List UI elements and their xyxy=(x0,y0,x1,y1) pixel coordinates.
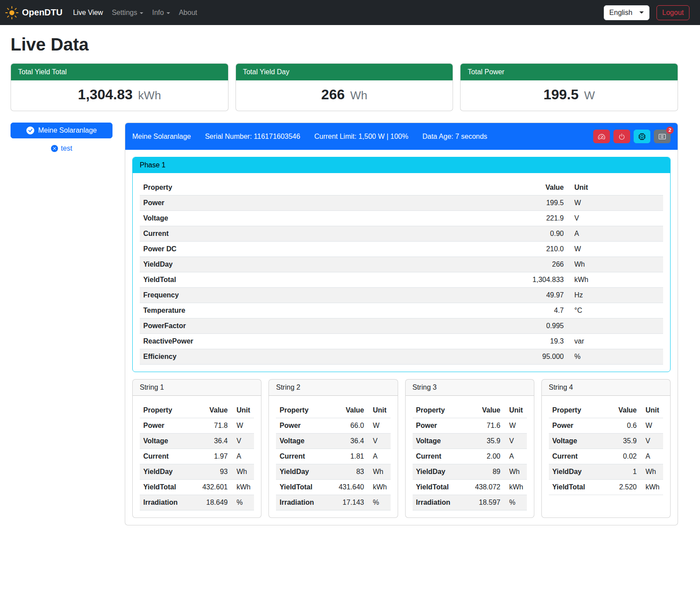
column-header-value: Value xyxy=(331,403,368,418)
property-cell: YieldTotal xyxy=(549,480,603,495)
value-cell: 1,304.833 xyxy=(510,272,567,288)
inverter-serial: Serial Number: 116171603546 xyxy=(205,133,300,141)
property-cell: Irradiation xyxy=(140,495,194,510)
language-select-value: English xyxy=(609,9,632,17)
value-cell: 71.8 xyxy=(194,418,231,434)
string-card-body: Property Value Unit Power66.0WVoltage36.… xyxy=(269,396,397,517)
table-row: YieldDay89Wh xyxy=(413,464,527,480)
unit-cell: W xyxy=(368,418,391,434)
chevron-down-icon xyxy=(167,12,170,14)
value-cell: 438.072 xyxy=(467,480,504,495)
property-cell: PowerFactor xyxy=(140,318,510,334)
nav-item-about[interactable]: About xyxy=(174,5,202,20)
limit-settings-button[interactable] xyxy=(593,130,610,143)
inverter-header-buttons: 2 xyxy=(593,130,671,143)
value-cell: 17.143 xyxy=(331,495,368,510)
table-row: Power0.6W xyxy=(549,418,663,434)
summary-value: 266 xyxy=(321,87,345,102)
value-cell: 210.0 xyxy=(510,242,567,257)
navbar: OpenDTU Live View Settings Info About En… xyxy=(0,0,700,25)
phase-title: Phase 1 xyxy=(133,157,670,173)
string-card-body: Property Value Unit Power71.8WVoltage36.… xyxy=(133,396,261,517)
inverter-item-label: test xyxy=(61,145,73,152)
unit-cell: Wh xyxy=(368,464,391,480)
value-cell: 199.5 xyxy=(510,195,567,211)
page-title: Live Data xyxy=(11,35,678,54)
phase-card-body: Property Value Unit Power199.5WVoltage22… xyxy=(133,173,670,372)
property-cell: YieldDay xyxy=(140,257,510,272)
gauge-icon xyxy=(598,133,605,140)
property-cell: YieldTotal xyxy=(140,480,194,495)
unit-cell: kWh xyxy=(368,480,391,495)
value-cell: 36.4 xyxy=(331,434,368,449)
property-cell: ReactivePower xyxy=(140,334,510,349)
inverter-item-test[interactable]: test xyxy=(11,143,112,154)
summary-card-body: 1,304.83 kWh xyxy=(11,80,228,111)
summary-card-title: Total Yield Day xyxy=(236,64,453,80)
device-info-button[interactable] xyxy=(634,130,650,143)
event-log-button[interactable]: 2 xyxy=(654,130,671,143)
summary-card-total-power: Total Power 199.5 W xyxy=(460,63,678,111)
column-header-unit: Unit xyxy=(640,403,663,418)
value-cell: 4.7 xyxy=(510,303,567,318)
unit-cell: Wh xyxy=(504,464,527,480)
phase-table: Property Value Unit Power199.5WVoltage22… xyxy=(140,180,663,365)
column-header-unit: Unit xyxy=(368,403,391,418)
value-cell: 1.97 xyxy=(194,449,231,464)
table-row: Irradiation18.649% xyxy=(140,495,254,510)
property-cell: Voltage xyxy=(413,434,467,449)
nav-item-label: About xyxy=(179,9,197,17)
check-circle-icon xyxy=(26,127,34,134)
property-cell: Power xyxy=(276,418,330,434)
value-cell: 2.00 xyxy=(467,449,504,464)
unit-cell: A xyxy=(368,449,391,464)
unit-cell: W xyxy=(504,418,527,434)
summary-unit: W xyxy=(584,89,595,102)
table-row: YieldDay83Wh xyxy=(276,464,390,480)
column-header-value: Value xyxy=(194,403,231,418)
table-row: Voltage36.4V xyxy=(140,434,254,449)
chevron-down-icon xyxy=(140,12,143,14)
column-header-unit: Unit xyxy=(567,180,663,195)
value-cell: 0.6 xyxy=(603,418,640,434)
unit-cell: Wh xyxy=(640,464,663,480)
unit-cell: A xyxy=(504,449,527,464)
power-button[interactable] xyxy=(613,130,630,143)
unit-cell: V xyxy=(368,434,391,449)
property-cell: Irradiation xyxy=(413,495,467,510)
value-cell: 221.9 xyxy=(510,211,567,226)
nav-item-settings[interactable]: Settings xyxy=(107,5,148,20)
value-cell: 93 xyxy=(194,464,231,480)
property-cell: Power xyxy=(140,195,510,211)
table-row: YieldTotal1,304.833kWh xyxy=(140,272,663,288)
nav-links: Live View Settings Info About xyxy=(69,5,202,20)
value-cell: 432.601 xyxy=(194,480,231,495)
property-cell: YieldTotal xyxy=(276,480,330,495)
inverter-selected-button[interactable]: Meine Solaranlage xyxy=(11,123,112,138)
nav-right: English Logout xyxy=(604,5,689,20)
value-cell: 1.81 xyxy=(331,449,368,464)
logout-button[interactable]: Logout xyxy=(656,5,689,20)
nav-item-live-view[interactable]: Live View xyxy=(69,5,107,20)
nav-item-label: Live View xyxy=(73,9,103,17)
unit-cell: °C xyxy=(567,303,663,318)
unit-cell: V xyxy=(640,434,663,449)
unit-cell: W xyxy=(231,418,254,434)
value-cell: 83 xyxy=(331,464,368,480)
nav-item-info[interactable]: Info xyxy=(148,5,174,20)
value-cell: 1 xyxy=(603,464,640,480)
table-row: Efficiency95.000% xyxy=(140,349,663,365)
property-cell: YieldTotal xyxy=(140,272,510,288)
phase-card: Phase 1 Property Value Unit xyxy=(132,157,671,372)
table-header-row: Property Value Unit xyxy=(140,403,254,418)
value-cell: 89 xyxy=(467,464,504,480)
table-row: Power71.6W xyxy=(413,418,527,434)
brand[interactable]: OpenDTU xyxy=(5,6,62,19)
summary-value: 199.5 xyxy=(544,87,579,102)
table-header-row: Property Value Unit xyxy=(413,403,527,418)
sun-logo-icon xyxy=(5,6,18,19)
language-select[interactable]: English xyxy=(604,5,649,20)
value-cell: 18.649 xyxy=(194,495,231,510)
value-cell: 0.02 xyxy=(603,449,640,464)
property-cell: Current xyxy=(140,449,194,464)
